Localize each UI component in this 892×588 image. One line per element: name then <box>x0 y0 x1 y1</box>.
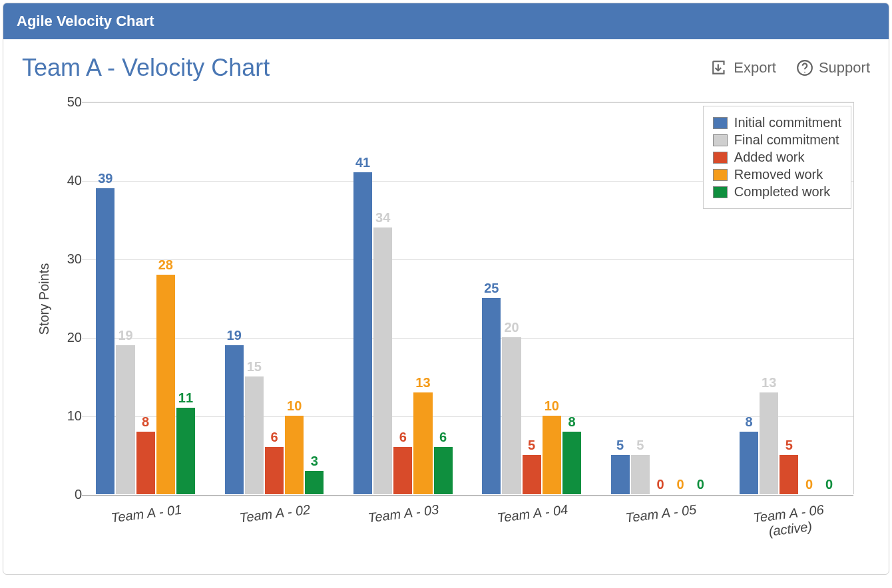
legend-label: Completed work <box>734 184 831 200</box>
bar: 41 <box>353 172 372 494</box>
x-category-label: Team A - 01 <box>93 500 200 527</box>
support-button[interactable]: Support <box>796 59 870 76</box>
panel-body: Team A - Velocity Chart Export Support 3… <box>3 39 889 574</box>
gridline <box>82 416 853 417</box>
bar: 8 <box>136 432 155 494</box>
x-category-label: Team A - 04 <box>479 500 586 527</box>
bar: 3 <box>305 471 324 494</box>
panel-card: Agile Velocity Chart Team A - Velocity C… <box>3 3 889 575</box>
y-axis-label: Story Points <box>37 263 52 335</box>
bar: 19 <box>225 345 244 494</box>
bar: 19 <box>116 345 134 494</box>
bar: 39 <box>96 188 114 494</box>
bar-value-label: 5 <box>631 438 650 453</box>
bar: 5 <box>611 455 630 494</box>
legend-swatch <box>713 169 728 181</box>
bar-value-label: 13 <box>760 375 778 390</box>
export-label: Export <box>734 59 776 76</box>
gridline <box>82 102 853 103</box>
help-icon <box>796 59 813 76</box>
bar: 25 <box>482 298 501 494</box>
legend-swatch <box>713 134 728 146</box>
bar: 5 <box>523 455 541 494</box>
bar: 10 <box>543 416 561 494</box>
bar-value-label: 0 <box>691 477 710 492</box>
bar-value-label: 41 <box>353 155 372 170</box>
bar: 5 <box>631 455 650 494</box>
export-icon <box>711 59 728 76</box>
legend-swatch <box>713 117 728 129</box>
svg-point-1 <box>804 72 805 73</box>
bar-value-label: 19 <box>116 328 134 343</box>
y-tick-label: 10 <box>22 408 82 424</box>
title-row: Team A - Velocity Chart Export Support <box>22 54 870 82</box>
bar-value-label: 5 <box>611 438 630 453</box>
bar-value-label: 13 <box>413 375 432 390</box>
bar: 8 <box>740 432 758 494</box>
support-label: Support <box>819 59 870 76</box>
bar-value-label: 6 <box>393 430 412 445</box>
bar: 10 <box>285 416 304 494</box>
x-category-label: Team A - 05 <box>607 500 715 527</box>
bar-value-label: 10 <box>543 398 561 414</box>
y-tick-label: 0 <box>22 487 82 502</box>
bar: 6 <box>393 447 412 494</box>
y-tick-label: 40 <box>22 173 82 188</box>
bar-value-label: 8 <box>562 414 581 430</box>
legend-item: Final commitment <box>713 132 841 148</box>
bar: 8 <box>562 432 581 494</box>
legend-item: Completed work <box>713 184 841 200</box>
bar-value-label: 6 <box>434 430 453 445</box>
bar-value-label: 5 <box>780 438 798 453</box>
x-axis-line <box>82 495 853 496</box>
bar: 34 <box>373 227 392 494</box>
bar: 28 <box>156 275 175 494</box>
x-category-label: Team A - 06 (active) <box>735 500 844 543</box>
legend-item: Added work <box>713 150 841 165</box>
legend-label: Added work <box>734 150 805 165</box>
panel-header: Agile Velocity Chart <box>3 3 889 39</box>
bar-value-label: 0 <box>820 477 839 492</box>
bar-value-label: 5 <box>523 438 541 453</box>
bar-value-label: 39 <box>96 171 114 186</box>
bar: 6 <box>434 447 453 494</box>
bar: 13 <box>760 392 778 494</box>
legend-label: Initial commitment <box>734 115 841 130</box>
legend-label: Removed work <box>734 167 823 182</box>
gridline <box>82 259 853 260</box>
bar: 20 <box>502 337 521 494</box>
bar: 5 <box>780 455 798 494</box>
panel-title: Agile Velocity Chart <box>17 13 154 29</box>
bar-value-label: 10 <box>285 398 304 414</box>
export-button[interactable]: Export <box>711 59 776 76</box>
bar: 11 <box>176 408 195 494</box>
bar-value-label: 0 <box>799 477 818 492</box>
legend-item: Initial commitment <box>713 115 841 130</box>
bar: 6 <box>265 447 284 494</box>
x-category-label: Team A - 03 <box>350 500 458 527</box>
bar-value-label: 8 <box>136 414 155 430</box>
bar-value-label: 3 <box>305 454 324 469</box>
bar-value-label: 0 <box>671 477 690 492</box>
legend-item: Removed work <box>713 167 841 182</box>
bar-value-label: 8 <box>740 414 758 430</box>
actions-group: Export Support <box>711 59 870 76</box>
bar-value-label: 6 <box>265 430 284 445</box>
legend-label: Final commitment <box>734 132 839 148</box>
bar-value-label: 0 <box>651 477 670 492</box>
bar-value-label: 20 <box>502 320 521 335</box>
gridline <box>82 338 853 339</box>
bar: 15 <box>245 376 264 494</box>
legend-swatch <box>713 186 728 198</box>
bar-value-label: 11 <box>176 390 195 406</box>
bar-value-label: 34 <box>373 210 392 225</box>
bar: 13 <box>413 392 432 494</box>
x-category-label: Team A - 02 <box>221 500 329 527</box>
y-tick-label: 50 <box>22 94 82 110</box>
bar-value-label: 28 <box>156 257 175 273</box>
legend-swatch <box>713 152 728 164</box>
bar-value-label: 15 <box>245 359 264 374</box>
bar-value-label: 19 <box>225 328 244 343</box>
bar-value-label: 25 <box>482 281 501 296</box>
velocity-chart: 3919828111915610341346136252051085500081… <box>22 95 867 554</box>
